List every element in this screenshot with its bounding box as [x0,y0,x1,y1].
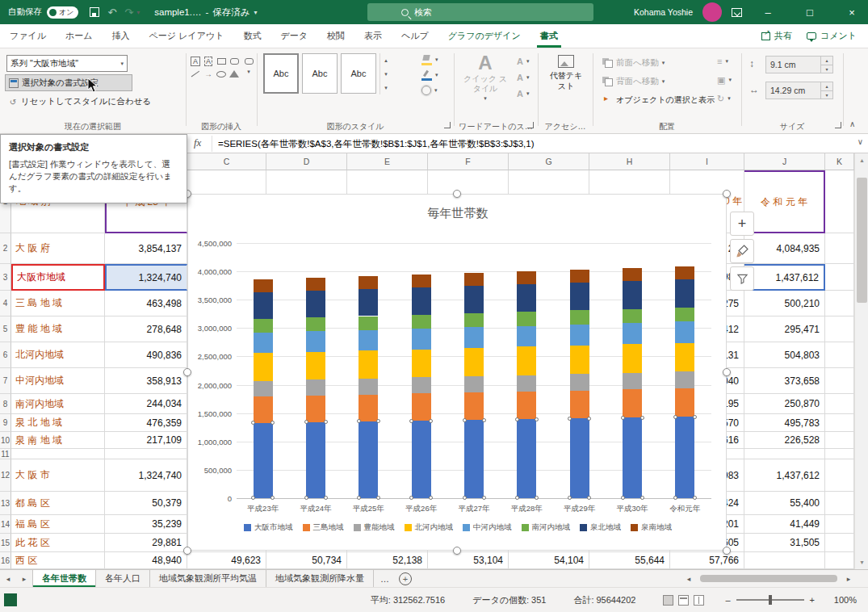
bring-forward-button[interactable]: 前面へ移動 ▾ [599,55,668,71]
legend-item-泉北地域[interactable]: 泉北地域 [580,522,621,533]
status-indicator-icon[interactable] [4,593,17,606]
series-point-handle[interactable] [673,415,677,419]
formula-input[interactable]: =SERIES(各年世帯数!$A$3,各年世帯数!$B$1:$J$1,各年世帯数… [218,134,534,153]
normal-view-icon[interactable] [663,595,673,606]
fx-button[interactable]: fx [194,136,201,149]
row-header-9[interactable]: 9 [0,414,11,432]
cell-B11[interactable] [105,449,187,459]
cell-B5[interactable]: 278,648 [105,316,187,342]
gallery-up-icon[interactable]: ▴ [380,53,392,67]
cell-K4[interactable] [825,291,854,316]
page-break-view-icon[interactable] [694,595,704,606]
cell-A13[interactable]: 都 島 区 [11,492,105,515]
tab-表示[interactable]: 表示 [354,24,392,48]
bar-segment-北河内地域[interactable] [306,352,325,380]
oval-icon[interactable] [215,68,228,80]
cell-A8[interactable]: 南河内地域 [11,394,105,414]
bar-segment-大阪市地域[interactable] [623,417,642,498]
bar-segment-南河内地域[interactable] [623,309,642,324]
sheet-tab-地域気象観測所降水量[interactable]: 地域気象観測所降水量 [266,570,374,587]
legend-item-中河内地域[interactable]: 中河内地域 [463,522,512,533]
tab-書式[interactable]: 書式 [530,24,568,48]
text-fill-button[interactable]: A ▾ [514,55,532,67]
column-header-D[interactable]: D [266,153,347,170]
bar-segment-泉北地域[interactable] [254,292,273,319]
bar-segment-大阪市地域[interactable] [570,418,589,498]
column-header-I[interactable]: I [670,153,744,170]
chart-filters-button[interactable] [730,266,754,291]
series-point-handle[interactable] [429,419,433,423]
bar-segment-泉北地域[interactable] [412,287,431,315]
bar-segment-南河内地域[interactable] [517,312,536,325]
cell-J2[interactable]: 4,084,935 [744,233,825,264]
cell-J10[interactable]: 226,528 [744,432,825,449]
alt-text-button[interactable]: 代替テキスト [546,55,586,110]
bar-segment-泉南地域[interactable] [570,270,589,283]
row-header-16[interactable]: 16 [0,552,11,569]
undo-icon[interactable]: ↶ [107,6,116,19]
series-point-handle[interactable] [376,496,380,500]
bar-segment-豊能地域[interactable] [306,379,325,396]
chart-resize-handle[interactable] [723,368,731,376]
bar-segment-北河内地域[interactable] [412,350,431,378]
align-button[interactable]: ≡ ▾ [714,55,732,68]
bar-segment-三島地域[interactable] [359,395,378,421]
bar-segment-中河内地域[interactable] [675,321,694,342]
bar-segment-北河内地域[interactable] [464,348,484,376]
chart-resize-handle[interactable] [723,190,731,198]
cell-K6[interactable] [825,342,854,368]
series-point-handle[interactable] [409,496,413,500]
cell-K13[interactable] [825,492,854,515]
ribbon-display-options-icon[interactable] [732,8,742,17]
bar-segment-大阪市地域[interactable] [412,421,431,498]
shape-height-field[interactable]: ▴▾ [765,56,833,73]
formula-bar-expand-icon[interactable]: ∨ [858,137,863,146]
bar-segment-南河内地域[interactable] [306,317,325,331]
reset-to-match-style-button[interactable]: ↺ リセットしてスタイルに合わせる [5,94,155,110]
cell-C16[interactable]: 49,623 [187,552,266,569]
bar-segment-中河内地域[interactable] [570,325,589,346]
cell-E16[interactable]: 52,138 [347,552,428,569]
series-point-handle[interactable] [463,418,467,422]
bar-segment-豊能地域[interactable] [570,374,589,390]
chart-elements-button[interactable]: + [730,212,754,236]
shape-fill-button[interactable]: ▾ [418,53,442,66]
bar-segment-泉北地域[interactable] [623,281,642,309]
user-name[interactable]: Kohama Yoshie [634,7,693,17]
bar-segment-中河内地域[interactable] [623,323,642,344]
cell-K3[interactable] [825,264,854,291]
bar-segment-南河内地域[interactable] [570,310,589,324]
bar-segment-大阪市地域[interactable] [517,419,536,498]
legend-item-北河内地域[interactable]: 北河内地域 [405,522,454,533]
page-layout-view-icon[interactable] [678,595,689,606]
vertical-text-box-icon[interactable]: A [202,55,215,67]
chart-resize-handle[interactable] [183,368,191,376]
cell-A14[interactable]: 福 島 区 [11,515,105,534]
shape-style-preview-1[interactable]: Abc [263,53,299,94]
gallery-down-icon[interactable]: ▾ [380,67,392,81]
cell-G16[interactable]: 54,104 [509,552,589,569]
series-point-handle[interactable] [587,496,591,500]
chart[interactable]: 毎年世帯数 大阪市地域三島地域豊能地域北河内地域中河内地域南河内地域泉北地域泉南… [187,194,727,551]
cell-A7[interactable]: 中河内地域 [11,368,105,394]
cell-B6[interactable]: 490,836 [105,342,187,368]
sheet-nav-right-icon[interactable]: ▸ [16,570,32,587]
series-point-handle[interactable] [304,496,308,500]
cell-B3[interactable]: 1,324,740 [105,264,187,291]
cell-B10[interactable]: 217,109 [105,432,187,449]
vertical-scrollbar[interactable]: ▴ ▾ [854,153,868,569]
tab-数式[interactable]: 数式 [233,24,270,48]
hscroll-left-icon[interactable]: ◂ [681,575,697,583]
bar-segment-大阪市地域[interactable] [675,417,694,498]
chart-title[interactable]: 毎年世帯数 [188,206,728,221]
cell-J13[interactable]: 55,400 [744,492,825,515]
document-title[interactable]: sample1.… - 保存済み ▾ [154,6,257,19]
tab-ヘルプ[interactable]: ヘルプ [392,24,438,48]
row-header-4[interactable]: 4 [0,291,11,316]
cell-K10[interactable] [825,432,854,449]
arrow-icon[interactable]: → [202,68,215,80]
cell-B8[interactable]: 244,034 [105,394,187,414]
minimize-button[interactable]: – [752,0,784,24]
cell-J5[interactable]: 295,471 [744,316,825,342]
wordart-quick-styles-button[interactable]: A クイック スタイル ▾ [460,53,510,115]
